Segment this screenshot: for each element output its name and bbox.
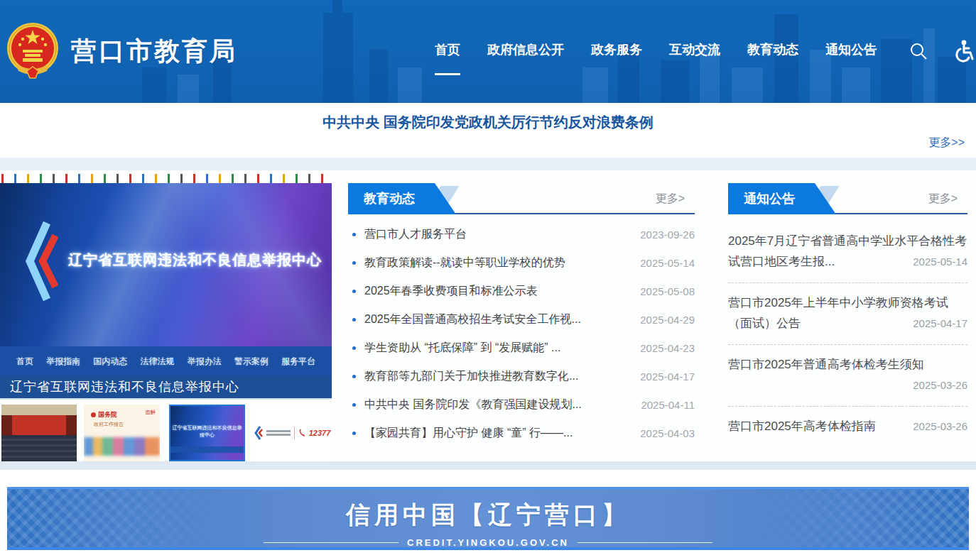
- notice-item-title: 营口市2025年普通高考体检考生须知: [728, 358, 924, 371]
- news-item-title: 教育政策解读--就读中等职业学校的优势: [364, 256, 633, 270]
- carousel-thumbnails: 国务院 政府工作报告 图解 辽宁省互联网违法和不良信息举报中心 12377: [0, 405, 332, 461]
- thumbnail-12377-logo[interactable]: 12377: [252, 405, 332, 461]
- news-item-date: 2025-04-17: [640, 370, 695, 383]
- notice-item-date: 2025-04-17: [913, 313, 967, 334]
- news-item-title: 2025年春季收费项目和标准公示表: [364, 284, 633, 299]
- list-item[interactable]: 2025年7月辽宁省普通高中学业水平合格性考试营口地区考生报... 2025-0…: [728, 221, 967, 283]
- news-item-title: 营口市人才服务平台: [364, 227, 633, 242]
- news-item-title: 2025年全国普通高校招生考试安全工作视...: [364, 312, 633, 327]
- nav-item[interactable]: 教育动态: [747, 41, 798, 58]
- site-title: 营口市教育局: [71, 34, 237, 69]
- credit-banner-title: 信用中国【辽宁营口】: [7, 499, 969, 532]
- logo-text-lines: [266, 430, 291, 436]
- carousel-slide[interactable]: 辽宁省互联网违法和不良信息举报中心 首页举报指南国内动态法律法规举报办法警示案例…: [0, 174, 332, 400]
- list-item[interactable]: 营口市2025年高考体检指南 2025-03-26: [728, 407, 967, 447]
- bullet-icon: [352, 261, 356, 265]
- slide-nav-item: 举报指南: [46, 356, 80, 368]
- header-icons: [909, 39, 976, 63]
- news-item-date: 2023-09-26: [640, 229, 695, 241]
- news-list: 营口市人才服务平台 2023-09-26 教育政策解读--就读中等职业学校的优势…: [348, 214, 695, 447]
- photo-region: [1, 405, 77, 415]
- slide-nav-item: 首页: [16, 356, 33, 368]
- list-item[interactable]: 学生资助从 “托底保障” 到 “发展赋能” ... 2025-04-23: [348, 334, 695, 362]
- bullet-icon: [352, 375, 356, 378]
- section-header: 通知公告 更多>: [728, 183, 967, 214]
- wheelchair-icon[interactable]: [952, 39, 976, 63]
- slide-nav-bar: 首页举报指南国内动态法律法规举报办法警示案例服务平台: [0, 346, 332, 376]
- bookmark-strip-decoration: [0, 174, 332, 183]
- thumb-title: 辽宁省互联网违法和不良信息举报中心: [170, 424, 244, 439]
- notice-item-title: 营口市2025年高考体检指南: [728, 419, 876, 433]
- nav-item[interactable]: 通知公告: [825, 41, 877, 58]
- thumb-nav-bar: [170, 446, 244, 453]
- news-item-title: 学生资助从 “托底保障” 到 “发展赋能” ...: [364, 341, 633, 356]
- notice-item-date: 2025-03-26: [913, 416, 967, 437]
- thumbnail-conference-photo[interactable]: [1, 405, 77, 461]
- divider-band: [0, 461, 976, 470]
- slide-nav-item: 警示案例: [234, 356, 269, 368]
- list-item[interactable]: 教育部等九部门关于加快推进教育数字化... 2025-04-17: [348, 362, 695, 390]
- ticker-more-link[interactable]: 更多>>: [928, 136, 965, 150]
- bullet-icon: [352, 346, 356, 350]
- report-center-logo: [21, 217, 58, 305]
- news-item-date: 2025-04-29: [640, 314, 695, 326]
- news-item-date: 2025-05-08: [640, 285, 695, 297]
- nav-item[interactable]: 政府信息公开: [487, 41, 564, 58]
- list-item[interactable]: 营口市2025年上半年中小学教师资格考试（面试）公告 2025-04-17: [728, 283, 967, 345]
- slide-caption: 辽宁省互联网违法和不良信息举报中心: [0, 376, 332, 398]
- credit-banner-subtitle-row: CREDIT.YINGKOU.GOV.CN: [7, 537, 969, 548]
- notice-list: 2025年7月辽宁省普通高中学业水平合格性考试营口地区考生报... 2025-0…: [728, 214, 967, 447]
- slide-nav-item: 举报办法: [188, 356, 222, 368]
- slide-nav-item: 法律法规: [140, 356, 174, 368]
- thumbnail-gov-report[interactable]: 国务院 政府工作报告 图解: [84, 405, 160, 461]
- nav-item[interactable]: 首页: [435, 41, 460, 58]
- news-item-date: 2025-04-03: [640, 427, 695, 439]
- section-header: 教育动态 更多>: [348, 183, 695, 214]
- hotline-number: 12377: [309, 429, 331, 437]
- news-more-link[interactable]: 更多>: [656, 192, 685, 207]
- credit-china-banner[interactable]: 信用中国【辽宁营口】 CREDIT.YINGKOU.GOV.CN: [7, 487, 969, 550]
- main-nav: 首页政府信息公开政务服务互动交流教育动态通知公告: [435, 41, 877, 58]
- people-illustration: [84, 437, 160, 456]
- slide-nav-item: 服务平台: [281, 356, 315, 368]
- section-notices: 通知公告 更多> 2025年7月辽宁省普通高中学业水平合格性考试营口地区考生报.…: [728, 183, 967, 447]
- bullet-icon: [352, 318, 356, 322]
- section-education-news: 教育动态 更多> 营口市人才服务平台 2023-09-26 教育政策解读--就读…: [348, 183, 695, 447]
- list-item[interactable]: 中共中央 国务院印发《教育强国建设规划... 2025-04-11: [348, 390, 695, 419]
- notices-more-link[interactable]: 更多>: [928, 192, 958, 207]
- bullet-icon: [352, 432, 356, 435]
- list-item[interactable]: 营口市人才服务平台 2023-09-26: [348, 220, 695, 248]
- list-item[interactable]: 2025年春季收费项目和标准公示表 2025-05-08: [348, 277, 695, 305]
- news-item-title: 教育部等九部门关于加快推进教育数字化...: [364, 369, 633, 384]
- photo-region: [1, 435, 77, 461]
- slide-banner-image: 辽宁省互联网违法和不良信息举报中心: [0, 183, 332, 346]
- news-ticker: 中共中央 国务院印发党政机关厉行节约反对浪费条例 更多>>: [0, 103, 976, 158]
- divider: [294, 427, 295, 439]
- bullet-icon: [352, 403, 356, 407]
- news-item-date: 2025-05-14: [640, 257, 695, 269]
- site-header: 营口市教育局 首页政府信息公开政务服务互动交流教育动态通知公告: [0, 0, 976, 103]
- thumb-badge: 图解: [146, 409, 156, 416]
- page: 营口市教育局 首页政府信息公开政务服务互动交流教育动态通知公告 中共中央 国务院…: [0, 0, 976, 560]
- notice-item-date: 2025-03-26: [913, 375, 967, 395]
- report-center-logo-small: [254, 425, 263, 441]
- thumbnail-report-center-active[interactable]: 辽宁省互联网违法和不良信息举报中心: [169, 405, 245, 461]
- national-emblem-logo: [6, 21, 60, 81]
- thumb-title: 国务院: [98, 410, 117, 419]
- slide-nav-item: 国内动态: [93, 356, 127, 368]
- bullet-icon: [352, 290, 356, 293]
- ticker-headline-link[interactable]: 中共中央 国务院印发党政机关厉行节约反对浪费条例: [0, 103, 976, 132]
- news-item-date: 2025-04-23: [640, 342, 695, 354]
- list-item[interactable]: 教育政策解读--就读中等职业学校的优势 2025-05-14: [348, 248, 695, 277]
- credit-banner-url: CREDIT.YINGKOU.GOV.CN: [407, 537, 569, 548]
- gov-logo-icon: [91, 412, 96, 417]
- list-item[interactable]: 【家园共育】用心守护 健康 “童” 行——... 2025-04-03: [348, 419, 695, 447]
- list-item[interactable]: 2025年全国普通高校招生考试安全工作视... 2025-04-29: [348, 305, 695, 334]
- nav-item[interactable]: 政务服务: [591, 41, 642, 58]
- search-icon[interactable]: [909, 42, 928, 60]
- nav-item[interactable]: 互动交流: [669, 41, 720, 58]
- news-item-date: 2025-04-11: [641, 399, 695, 411]
- list-item[interactable]: 营口市2025年普通高考体检考生须知 2025-03-26: [728, 345, 967, 407]
- photo-region: [1, 415, 77, 435]
- news-item-title: 【家园共育】用心守护 健康 “童” 行——...: [364, 426, 633, 441]
